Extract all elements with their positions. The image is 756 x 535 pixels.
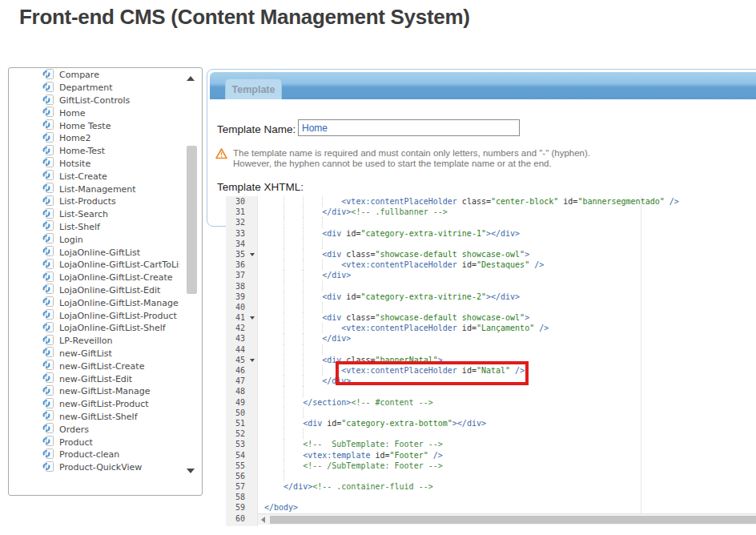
tree-item-home2[interactable]: Home2: [9, 132, 179, 145]
tree-item-new-giftlist-manage[interactable]: new-GiftList-Manage: [9, 385, 179, 398]
tree-item-lojaonline-giftlist-edit[interactable]: LojaOnline-GiftList-Edit: [9, 284, 179, 297]
tree-item-orders[interactable]: Orders: [9, 423, 179, 436]
tree-item-label: LojaOnline-GiftList-Edit: [59, 285, 160, 296]
tree-item-hotsite[interactable]: Hotsite: [9, 158, 179, 171]
tree-item-lojaonline-giftlist-manage[interactable]: LojaOnline-GiftList-Manage: [9, 296, 179, 309]
tree-item-label: new-GiftList-Product: [59, 399, 149, 409]
indent-guide: [303, 239, 304, 249]
tree-item-login[interactable]: Login: [9, 233, 179, 246]
fold-arrow-icon[interactable]: [250, 316, 255, 320]
indent-guide: [322, 239, 323, 249]
tree-item-lojaonline-giftlist-shelf[interactable]: LojaOnline-GiftList-Shelf: [9, 322, 179, 335]
tree-item-new-giftlist-edit[interactable]: new-GiftList-Edit: [9, 372, 179, 385]
tree-item-home-test[interactable]: Home-Test: [9, 145, 179, 158]
gutter-line-number: 44: [226, 344, 257, 355]
tree-item-new-giftlist-create[interactable]: new-GiftList-Create: [9, 360, 179, 372]
gutter-line-number: 35: [226, 249, 257, 259]
indent-guide: [303, 259, 304, 270]
code-line[interactable]: <vtex:template id="Footer" />: [258, 450, 756, 461]
code-line[interactable]: [258, 428, 756, 439]
tree-item-lojaonline-giftlist-create[interactable]: LojaOnline-GiftList-Create: [9, 272, 179, 284]
tree-item-list-management[interactable]: List-Management: [9, 183, 179, 195]
indent-guide: [284, 471, 284, 481]
tree-item-list-products[interactable]: List-Products: [9, 195, 179, 208]
tree-item-lojaonline-giftlist[interactable]: LojaOnline-GiftList: [9, 246, 179, 259]
tree-item-new-giftlist[interactable]: new-GiftList: [9, 348, 179, 360]
tree-item-new-giftlist-shelf[interactable]: new-GiftList-Shelf: [9, 411, 179, 424]
code-line[interactable]: <vtex:contentPlaceHolder id="Lançamento"…: [258, 323, 756, 333]
fold-arrow-icon[interactable]: [250, 359, 255, 362]
code-line[interactable]: <div id="category-extra-vitrine-2"></div…: [258, 292, 756, 302]
tree-item-lp-reveillon[interactable]: LP-Reveillon: [9, 335, 179, 348]
tree-item-label: Orders: [59, 424, 89, 435]
scroll-down-icon[interactable]: [187, 469, 195, 473]
code-line[interactable]: </div>: [258, 270, 756, 280]
indent-guide: [284, 217, 284, 227]
code-line[interactable]: </div><!-- .fullbanner -->: [258, 207, 756, 217]
fold-arrow-icon[interactable]: [250, 253, 255, 256]
tree-item-lojaonline-giftlist-carttolist[interactable]: LojaOnline-GiftList-CartToList: [9, 259, 179, 272]
code-line[interactable]: <div id="category-extra-vitrine-1"></div…: [258, 228, 756, 239]
code-editor[interactable]: 3031323334353637383940414243444546474849…: [226, 196, 756, 526]
code-line[interactable]: [258, 408, 756, 418]
indent-guide: [284, 397, 284, 408]
template-tree: CompareDepartmentGiftList-ControlsHomeHo…: [9, 69, 179, 492]
gutter-line-number: 46: [226, 365, 257, 376]
code-line[interactable]: [258, 492, 756, 502]
tab-template[interactable]: Template: [225, 78, 282, 99]
tree-item-compare[interactable]: Compare: [9, 69, 179, 82]
code-line[interactable]: <div id="category-extra-bottom"></div>: [258, 418, 756, 428]
code-line[interactable]: [258, 281, 756, 292]
code-line[interactable]: <vtex:contentPlaceHolder id="Destaques" …: [258, 259, 756, 270]
tree-scrollbar-thumb[interactable]: [187, 146, 197, 294]
tree-item-label: LojaOnline-GiftList-Product: [59, 311, 177, 321]
scroll-up-icon[interactable]: [187, 76, 195, 81]
tree-item-lojaonline-giftlist-product[interactable]: LojaOnline-GiftList-Product: [9, 309, 179, 322]
indent-guide: [284, 312, 284, 323]
template-name-label: Template Name:: [217, 123, 296, 135]
code-line[interactable]: [258, 471, 756, 481]
gutter-line-number: 55: [226, 461, 257, 471]
tree-item-list-shelf[interactable]: List-Shelf: [9, 221, 179, 234]
tree-item-home-teste[interactable]: Home Teste: [9, 119, 179, 132]
tree-item-label: LP-Reveillon: [59, 336, 113, 346]
tree-item-department[interactable]: Department: [9, 82, 179, 95]
gutter-line-number: 53: [226, 439, 257, 449]
code-line[interactable]: </body>: [258, 502, 756, 513]
code-line[interactable]: <!-- SubTemplate: Footer -->: [258, 439, 756, 449]
code-line[interactable]: </div>: [258, 333, 756, 344]
code-line[interactable]: <vtex:contentPlaceHolder class="center-b…: [258, 196, 756, 207]
gutter-line-number: 36: [226, 259, 257, 270]
tree-item-product[interactable]: Product: [9, 436, 179, 449]
code-line[interactable]: [258, 513, 756, 524]
validation-warning: The template name is required and must c…: [215, 148, 590, 168]
tree-item-product-clean[interactable]: Product-clean: [9, 449, 179, 461]
tree-item-new-giftlist-product[interactable]: new-GiftList-Product: [9, 398, 179, 411]
code-line[interactable]: </section><!-- #content -->: [258, 397, 756, 408]
tree-item-giftlist-controls[interactable]: GiftList-Controls: [9, 95, 179, 107]
code-line[interactable]: [258, 239, 756, 249]
code-line[interactable]: [258, 386, 756, 396]
tree-item-label: List-Search: [59, 209, 108, 219]
indent-guide: [322, 365, 323, 376]
tree-item-list-search[interactable]: List-Search: [9, 208, 179, 221]
code-line[interactable]: [258, 217, 756, 227]
code-line[interactable]: <!-- /SubTemplate: Footer -->: [258, 461, 756, 471]
code-line[interactable]: [258, 344, 756, 355]
code-line[interactable]: </div><!-- .container-fluid -->: [258, 481, 756, 492]
indent-guide: [303, 333, 304, 344]
editor-code-area[interactable]: <vtex:contentPlaceHolder class="center-b…: [258, 196, 756, 526]
tree-item-list-create[interactable]: List-Create: [9, 170, 179, 183]
panel-header-bar: Template: [210, 72, 756, 99]
indent-guide: [303, 281, 304, 292]
code-line[interactable]: <div class="showcase-default showcase-ow…: [258, 312, 756, 323]
tree-item-product-quickview[interactable]: Product-QuickView: [9, 461, 179, 474]
code-line[interactable]: [258, 302, 756, 312]
code-line[interactable]: <div class="showcase-default showcase-ow…: [258, 249, 756, 259]
gutter-line-number: 52: [226, 428, 257, 439]
indent-guide: [303, 249, 304, 259]
tree-item-label: List-Create: [59, 171, 107, 182]
tree-item-home[interactable]: Home: [9, 107, 179, 119]
gutter-line-number: 48: [226, 386, 257, 396]
template-name-input[interactable]: [298, 119, 520, 136]
